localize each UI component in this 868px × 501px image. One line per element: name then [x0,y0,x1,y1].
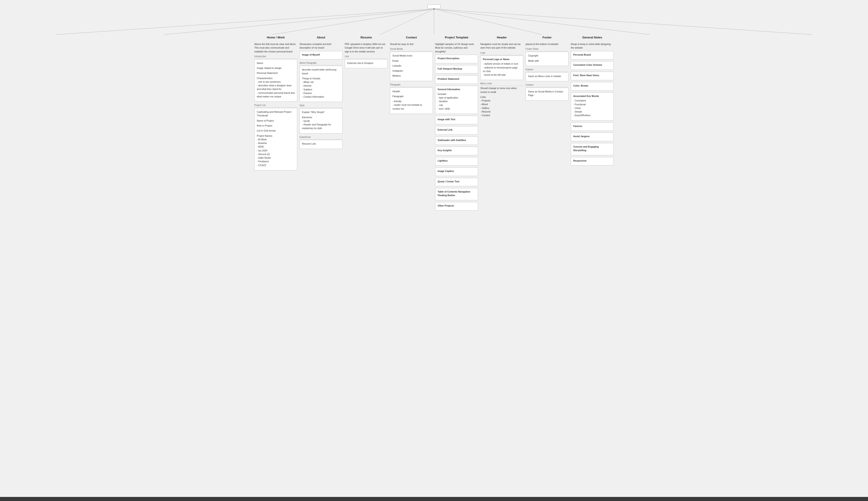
card-item: - Consistent - Functional - Clean - Simp… [573,99,611,117]
card: External Link [435,126,478,135]
card-title: Key Insights [438,149,476,152]
column-footer: Footerplaced at the bottom of websiteFoo… [526,36,569,103]
card-title: Font: Neue Haas Unica [573,74,611,77]
card: Associated Key Words- Consistent - Funct… [571,93,614,121]
card-title: Color: Brown [573,84,611,88]
card: Concise and Engaging Storytelling [571,143,614,155]
card: Font: Neue Haas Unica [571,72,614,80]
card: Color: Brown [571,82,614,90]
card: Lightbox [435,157,478,166]
card: Image Caption [435,168,478,176]
card: Social Media IconsEmailLinkedInInstagram… [390,52,433,81]
intro-text: placed at the bottom of website [526,42,569,46]
card-title: Personal Logo or Name [483,57,521,61]
card: CopyrightMade with [526,52,569,66]
card: Same as Menu Links in Header [526,72,569,81]
card-item: Paragraph [392,95,430,98]
column-header: HeaderNavigation must be simple and can … [480,36,523,118]
section-label: Menu Links [480,82,523,86]
svg-line-6 [434,9,650,34]
root-node [2,4,866,9]
column-header-general-notes: General Notes [571,36,614,40]
card-title: External Link [438,128,476,132]
card: Full Viewport Mockup [435,65,478,74]
card-title: Other Projects [438,204,476,208]
card-title: General Information [438,88,476,91]
card-title: Subheader with Subtitles [438,139,476,142]
card-item: Image related to design [257,66,295,70]
column-resume: ResumePDF uploaded in dropbox (Will not … [345,36,388,70]
svg-line-7 [434,9,812,34]
card: Other Projects [435,202,478,211]
card-item: Characteristics - one to two sentences -… [257,76,295,98]
card-item: Email [392,59,430,63]
card-item: Project Names - AI-Work - Aneeme - ADW -… [257,134,295,167]
section-label: Contact [526,83,569,87]
card-item: describe myself while reinforcing brand [302,68,340,75]
card-item: Instagram [392,69,430,73]
intro-text: Above the fold must be clear and direct.… [254,42,297,53]
card: Responsive [571,157,614,166]
svg-line-5 [434,9,542,34]
root-title [427,4,441,9]
card-item: - stylized version of initials or icon -… [483,62,521,77]
intro-text: PDF uploaded in dropbox (Will not use Go… [345,42,388,53]
card-item: Name [257,61,295,65]
section-label: Paragraph [390,83,433,87]
card: describe myself while reinforcing brandT… [299,66,342,102]
column-content-home-work: Above the fold must be clear and direct.… [254,42,297,170]
card-item: LinkedIn [392,64,430,67]
card-title: Consistent Color Scheme [573,63,611,67]
card: General InformationIncludes - type of ap… [435,86,478,114]
section-label: About Paragraph [299,61,342,65]
card: NameImage related to designPersonal Stat… [254,59,297,102]
card-item: Copyright [528,54,566,57]
card: External Link to Dropbox [345,59,388,68]
section-label: Link [345,55,388,59]
intro-text: things to keep in mind while designing t… [571,42,614,50]
column-header-contact: Contact [390,36,433,40]
column-about: AboutShowcases complete but brief descri… [299,36,342,151]
intro-text: Highlight samples of UX design work. Mus… [435,42,478,53]
column-content-project-template: Highlight samples of UX design work. Mus… [435,42,478,211]
section-label: Footer Notes [526,47,569,51]
card-item: Same as Social Media in Contact Page [528,90,566,97]
card: Explain "Why Simple"Elements: - Quote - … [299,108,342,133]
svg-point-8 [434,9,435,10]
card-item: Medium [392,74,430,77]
card: Favicon [571,122,614,131]
card: Avoid Jargons [571,133,614,141]
card-title: Avoid Jargons [573,135,611,138]
card: Image of Myself [299,51,342,60]
column-content-header: Navigation must be simple and can be see… [480,42,523,117]
card-item: Made with [528,59,566,63]
column-content-about: Showcases complete but brief description… [299,42,342,149]
column-content-general-notes: things to keep in mind while designing t… [571,42,614,166]
section-label: Project List [254,104,297,108]
column-content-resume: PDF uploaded in dropbox (Will not use Go… [345,42,388,68]
intro-text: Navigation must be simple and can be see… [480,42,523,50]
card-item: External Link to Dropbox [347,61,385,65]
card-item: Role in Project [257,124,295,127]
card-title: Concise and Engaging Storytelling [573,145,611,152]
card: Captivating and Relevant Project Thumbna… [254,108,297,170]
card: Same as Social Media in Contact Page [526,88,569,100]
connector-svg [2,9,866,36]
column-header-footer: Footer [526,36,569,40]
card-item: List in Grid format [257,129,295,132]
column-content-contact: Should be easy to findSocial MediaSocial… [390,42,433,114]
card-title: Lightbox [438,159,476,163]
card-title: Responsive [573,159,611,163]
card-item: Includes - type of application - duratio… [438,92,476,110]
section-label: Social Media [390,47,433,51]
intro-text: Showcases complete but brief description… [299,42,342,50]
card-title: Personal Brand [573,53,611,57]
card: Project Description [435,55,478,63]
card-item: Elements: - Quote - Header and Paragraph… [302,116,340,130]
column-contact: ContactShould be easy to findSocial Medi… [390,36,433,116]
card-title: Image Caption [438,170,476,173]
card-item: Captivating and Relevant Project Thumbna… [257,110,295,118]
svg-line-3 [380,9,434,34]
section-label: Logo [480,51,523,55]
section-label: Explore [526,68,569,72]
